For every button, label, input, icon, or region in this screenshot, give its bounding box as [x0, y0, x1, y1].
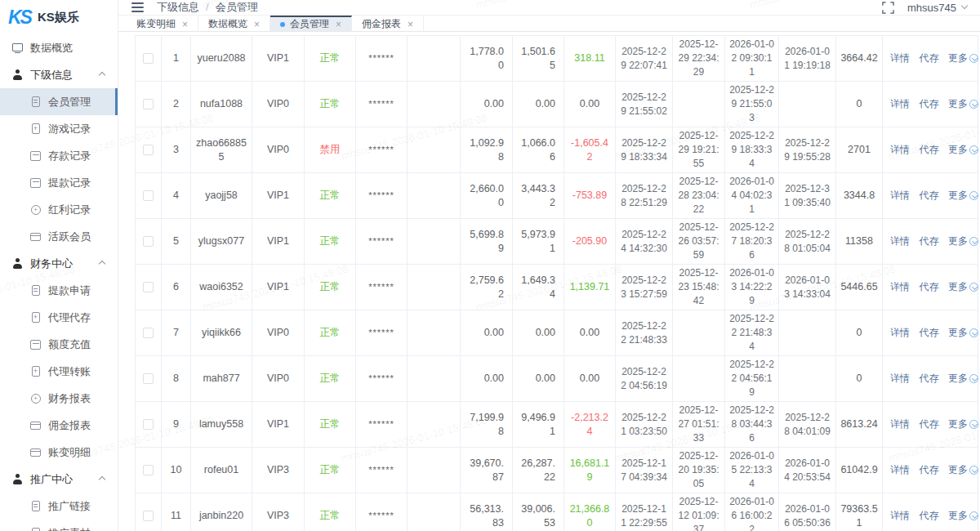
more-link[interactable]: 更多 — [948, 144, 978, 155]
detail-link[interactable]: 详情 — [890, 327, 910, 338]
cell-index: 4 — [162, 173, 191, 219]
sidebar-item[interactable]: 佣金报表 — [0, 412, 118, 439]
cell-status: 正常 — [305, 219, 356, 265]
detail-link[interactable]: 详情 — [890, 52, 910, 64]
deposit-link[interactable]: 代存 — [919, 235, 938, 247]
deposit-link[interactable]: 代存 — [919, 190, 938, 201]
sidebar-item[interactable]: 提款记录 — [0, 169, 118, 196]
user-icon — [12, 258, 23, 269]
cell-amount-2: 5,973.91 — [513, 219, 564, 265]
detail-link[interactable]: 详情 — [890, 373, 910, 384]
sidebar-item[interactable]: 存款记录 — [0, 142, 118, 169]
row-checkbox[interactable] — [143, 53, 154, 64]
close-icon[interactable]: × — [254, 19, 260, 30]
table-row: 6 waoi6352 VIP1 正常 ****** 2,759.62 1,649… — [136, 265, 978, 310]
sidebar-item[interactable]: 推广素材 — [0, 520, 118, 531]
sidebar-item[interactable]: 活跃会员 — [0, 223, 118, 250]
sidebar-item[interactable]: 红利记录 — [0, 196, 118, 223]
row-checkbox[interactable] — [143, 419, 154, 430]
chevron-down-circle-icon — [969, 191, 978, 200]
close-icon[interactable]: × — [182, 19, 188, 30]
row-checkbox[interactable] — [143, 373, 154, 384]
user-menu[interactable]: mhsus745 — [907, 2, 967, 14]
sidebar-item[interactable]: 数据概览 — [0, 34, 118, 61]
detail-link[interactable]: 详情 — [890, 510, 910, 521]
detail-link[interactable]: 详情 — [890, 235, 910, 247]
cell-balance: 2701 — [836, 127, 883, 173]
row-checkbox[interactable] — [143, 282, 154, 292]
more-link[interactable]: 更多 — [948, 52, 978, 64]
file-icon — [30, 96, 41, 107]
cell-actions: 详情 代存 更多 — [883, 310, 978, 356]
cell-password: ****** — [356, 82, 408, 127]
deposit-link[interactable]: 代存 — [919, 52, 938, 64]
deposit-link[interactable]: 代存 — [919, 327, 938, 338]
sidebar-item[interactable]: 代理代存 — [0, 304, 118, 331]
row-checkbox[interactable] — [143, 465, 154, 475]
table-row: 9 lamuy558 VIP1 正常 ****** 7,199.98 9,496… — [136, 402, 978, 448]
detail-link[interactable]: 详情 — [890, 464, 910, 475]
more-link[interactable]: 更多 — [948, 190, 978, 201]
tab[interactable]: 会员管理 × — [270, 16, 352, 31]
cell-checkbox — [136, 493, 162, 531]
cell-date-1: 2025-12-17 04:39:34 — [616, 448, 673, 493]
row-checkbox[interactable] — [143, 99, 154, 109]
breadcrumb-parent[interactable]: 下级信息 — [157, 1, 199, 13]
detail-link[interactable]: 详情 — [890, 144, 910, 155]
row-checkbox[interactable] — [143, 328, 154, 338]
detail-link[interactable]: 详情 — [890, 281, 910, 292]
sidebar-item[interactable]: 游戏记录 — [0, 115, 118, 142]
sidebar-item[interactable]: 财务报表 — [0, 385, 118, 412]
tab[interactable]: 数据概览 × — [198, 16, 270, 31]
more-link[interactable]: 更多 — [948, 464, 978, 475]
row-checkbox[interactable] — [143, 145, 154, 155]
cell-empty — [408, 173, 461, 219]
sidebar-item[interactable]: 额度充值 — [0, 331, 118, 358]
deposit-link[interactable]: 代存 — [919, 510, 938, 521]
hamburger-icon[interactable] — [131, 2, 144, 12]
cell-password: ****** — [356, 493, 408, 531]
close-icon[interactable]: × — [408, 19, 413, 30]
more-link[interactable]: 更多 — [948, 98, 978, 109]
cell-password: ****** — [356, 127, 408, 173]
row-checkbox[interactable] — [143, 511, 154, 521]
tab[interactable]: 佣金报表 × — [352, 16, 424, 31]
more-link[interactable]: 更多 — [948, 235, 978, 247]
more-link[interactable]: 更多 — [948, 327, 978, 338]
cell-actions: 详情 代存 更多 — [883, 82, 978, 127]
row-checkbox[interactable] — [143, 236, 154, 247]
close-icon[interactable]: × — [336, 19, 341, 30]
sidebar-item-label: 游戏记录 — [48, 122, 91, 136]
more-link[interactable]: 更多 — [948, 510, 978, 521]
sidebar-item[interactable]: 推广链接 — [0, 493, 118, 520]
more-link[interactable]: 更多 — [948, 373, 978, 384]
sidebar-item[interactable]: 代理转账 — [0, 358, 118, 385]
sidebar-item[interactable]: 推广中心 — [0, 466, 118, 493]
deposit-link[interactable]: 代存 — [919, 373, 938, 384]
cell-username: mah877 — [191, 356, 252, 402]
sidebar-item[interactable]: 下级信息 — [0, 61, 118, 88]
detail-link[interactable]: 详情 — [890, 98, 910, 109]
more-link[interactable]: 更多 — [948, 418, 978, 430]
row-checkbox[interactable] — [143, 190, 154, 201]
deposit-link[interactable]: 代存 — [919, 144, 938, 155]
detail-link[interactable]: 详情 — [890, 190, 910, 201]
deposit-link[interactable]: 代存 — [919, 418, 938, 430]
deposit-link[interactable]: 代存 — [919, 281, 938, 292]
sidebar-item[interactable]: 财务中心 — [0, 250, 118, 277]
cell-actions: 详情 代存 更多 — [883, 219, 978, 265]
cell-index: 1 — [162, 36, 191, 82]
deposit-link[interactable]: 代存 — [919, 464, 938, 475]
tab[interactable]: 账变明细 × — [127, 16, 198, 31]
cell-date-2: 2025-12-23 15:48:42 — [673, 265, 725, 310]
sidebar-item[interactable]: 提款申请 — [0, 277, 118, 304]
sidebar-item-label: 推广中心 — [30, 472, 73, 487]
cell-empty — [408, 310, 461, 356]
fullscreen-icon[interactable] — [882, 2, 894, 14]
sidebar-item[interactable]: 会员管理 — [0, 88, 118, 115]
more-link[interactable]: 更多 — [948, 281, 978, 292]
cell-date-3: 2025-12-22 04:56:19 — [725, 356, 779, 402]
deposit-link[interactable]: 代存 — [919, 98, 938, 109]
detail-link[interactable]: 详情 — [890, 418, 910, 430]
sidebar-item[interactable]: 账变明细 — [0, 439, 118, 466]
